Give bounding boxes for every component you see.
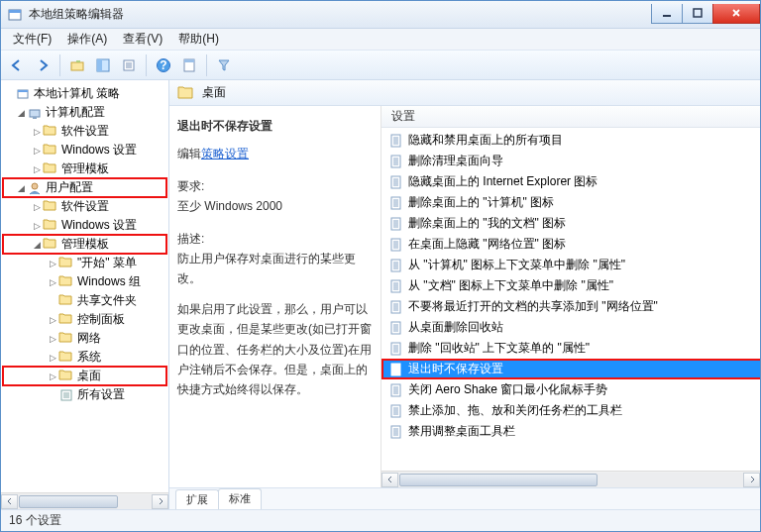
svg-rect-25: [391, 280, 400, 292]
tree-item[interactable]: ▷控制面板: [3, 310, 166, 329]
filter-button[interactable]: [212, 53, 236, 77]
list-item[interactable]: 禁止添加、拖、放和关闭任务栏的工具栏: [381, 400, 760, 421]
svg-rect-6: [97, 59, 102, 71]
edit-policy-link[interactable]: 策略设置: [201, 147, 249, 160]
menu-view[interactable]: 查看(V): [115, 29, 170, 50]
folder-icon: [58, 369, 74, 384]
tree-root[interactable]: 本地计算机 策略: [3, 84, 166, 103]
back-button[interactable]: [5, 53, 29, 77]
list-item[interactable]: 关闭 Aero Shake 窗口最小化鼠标手势: [381, 379, 760, 400]
tab-extended[interactable]: 扩展: [175, 489, 219, 509]
forward-button[interactable]: [31, 53, 54, 77]
tree-item[interactable]: ▷Windows 设置: [3, 141, 166, 160]
tree-h-scrollbar[interactable]: [1, 492, 168, 509]
policy-icon: [389, 404, 403, 418]
scroll-left-icon[interactable]: [1, 494, 18, 509]
list-item[interactable]: 从 "文档" 图标上下文菜单中删除 "属性": [381, 275, 760, 296]
maximize-button[interactable]: [682, 4, 713, 24]
tree-admin-templates[interactable]: ◢管理模板: [3, 235, 166, 254]
tree-computer-config[interactable]: ◢计算机配置: [3, 103, 166, 122]
list-item-label: 隐藏桌面上的 Internet Explorer 图标: [408, 173, 598, 190]
policy-icon: [389, 383, 403, 397]
help-button[interactable]: ?: [152, 53, 175, 77]
settings-list[interactable]: 隐藏和禁用桌面上的所有项目删除清理桌面向导隐藏桌面上的 Internet Exp…: [381, 128, 760, 471]
svg-point-16: [32, 183, 38, 189]
folder-icon: [58, 293, 74, 309]
folder-icon: [58, 350, 74, 366]
titlebar[interactable]: 本地组策略编辑器: [1, 1, 760, 29]
status-text: 16 个设置: [9, 512, 61, 529]
tab-bar: 扩展 标准: [169, 487, 760, 509]
svg-rect-27: [391, 322, 400, 334]
folder-icon: [177, 85, 193, 101]
list-item[interactable]: 从桌面删除回收站: [381, 317, 760, 338]
tree-item[interactable]: ▷"开始" 菜单: [3, 254, 166, 272]
list-item[interactable]: 在桌面上隐藏 "网络位置" 图标: [381, 234, 760, 255]
tree-item[interactable]: ▷Windows 组: [3, 272, 166, 291]
list-item[interactable]: 删除桌面上的 "我的文档" 图标: [381, 213, 760, 234]
policy-icon: [389, 279, 403, 293]
tree-item[interactable]: ▷管理模板: [3, 160, 166, 178]
policy-icon: [389, 175, 403, 189]
list-item[interactable]: 退出时不保存设置: [381, 359, 760, 379]
list-item[interactable]: 不要将最近打开的文档的共享添加到 "网络位置": [381, 296, 760, 317]
tree-item[interactable]: ▷软件设置: [3, 197, 166, 216]
policy-icon: [389, 217, 403, 231]
tree[interactable]: 本地计算机 策略 ◢计算机配置 ▷软件设置 ▷Windows 设置 ▷管理模板 …: [1, 80, 168, 492]
svg-rect-21: [391, 197, 400, 209]
minimize-button[interactable]: [651, 4, 683, 24]
app-icon: [7, 7, 23, 23]
svg-rect-26: [391, 301, 400, 313]
list-item[interactable]: 隐藏桌面上的 Internet Explorer 图标: [381, 171, 760, 192]
folder-icon: [43, 237, 58, 253]
policy-icon: [389, 342, 403, 356]
list-item-label: 隐藏和禁用桌面上的所有项目: [408, 132, 563, 149]
folder-icon: [58, 274, 74, 290]
tree-item[interactable]: ▷Windows 设置: [3, 216, 166, 235]
list-item[interactable]: 隐藏和禁用桌面上的所有项目: [381, 130, 760, 151]
menu-help[interactable]: 帮助(H): [170, 29, 227, 50]
up-button[interactable]: [65, 53, 89, 77]
list-item[interactable]: 删除桌面上的 "计算机" 图标: [381, 192, 760, 213]
list-item-label: 退出时不保存设置: [408, 361, 503, 377]
svg-rect-18: [391, 135, 400, 147]
svg-rect-14: [30, 110, 40, 117]
folder-icon: [43, 143, 58, 159]
detail-header-title: 桌面: [202, 84, 226, 101]
tree-item[interactable]: 共享文件夹: [3, 291, 166, 310]
tree-desktop[interactable]: ▷桌面: [3, 367, 166, 385]
menu-file[interactable]: 文件(F): [5, 29, 59, 50]
close-button[interactable]: [712, 4, 760, 24]
list-item-label: 删除清理桌面向导: [408, 153, 503, 169]
folder-icon: [43, 199, 58, 215]
properties-button[interactable]: [177, 53, 201, 77]
scroll-right-icon[interactable]: [152, 494, 168, 509]
list-item[interactable]: 从 "计算机" 图标上下文菜单中删除 "属性": [381, 255, 760, 275]
export-list-button[interactable]: [117, 53, 141, 77]
menubar: 文件(F) 操作(A) 查看(V) 帮助(H): [1, 29, 760, 51]
svg-rect-13: [18, 90, 28, 92]
folder-icon: [43, 161, 58, 177]
policy-icon: [389, 363, 403, 376]
status-bar: 16 个设置: [1, 509, 760, 531]
folder-icon: [58, 256, 74, 271]
scroll-left-icon[interactable]: [381, 473, 398, 487]
tree-item[interactable]: ▷系统: [3, 348, 166, 367]
list-item[interactable]: 删除 "回收站" 上下文菜单的 "属性": [381, 338, 760, 359]
svg-rect-3: [694, 9, 702, 17]
list-item-label: 禁用调整桌面工具栏: [408, 423, 515, 440]
list-item-label: 从 "文档" 图标上下文菜单中删除 "属性": [408, 277, 613, 294]
description-pane: 退出时不保存设置 编辑策略设置 要求: 至少 Windows 2000 描述: …: [169, 106, 381, 487]
list-column-header[interactable]: 设置: [381, 106, 760, 128]
tree-item[interactable]: ▷网络: [3, 329, 166, 348]
tree-item[interactable]: 所有设置: [3, 385, 166, 404]
list-item[interactable]: 禁用调整桌面工具栏: [381, 421, 760, 442]
scroll-right-icon[interactable]: [743, 473, 760, 487]
tree-item[interactable]: ▷软件设置: [3, 122, 166, 141]
show-hide-tree-button[interactable]: [91, 53, 115, 77]
list-h-scrollbar[interactable]: [381, 471, 760, 487]
tree-user-config[interactable]: ◢用户配置: [3, 178, 166, 197]
menu-action[interactable]: 操作(A): [59, 29, 115, 50]
tab-standard[interactable]: 标准: [218, 488, 262, 509]
list-item[interactable]: 删除清理桌面向导: [381, 151, 760, 171]
